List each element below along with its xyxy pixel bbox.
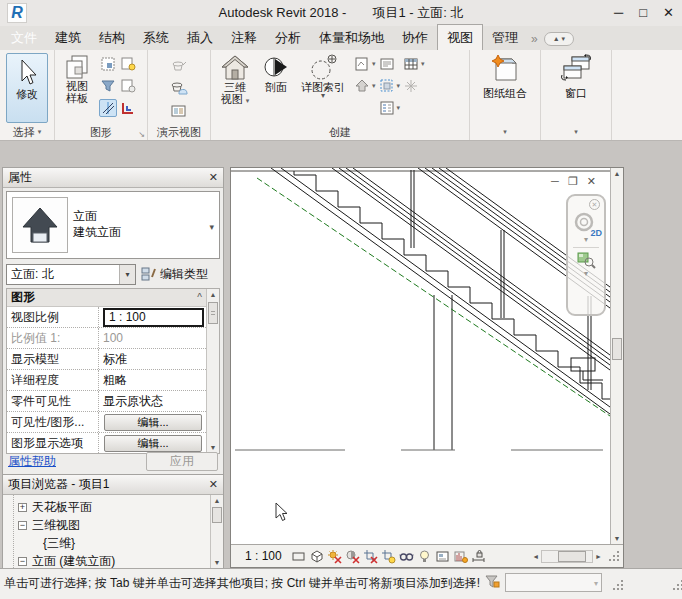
reveal-hidden-elements-icon[interactable] [416,548,434,565]
window-panel-expander[interactable]: ▾ [541,124,611,140]
temporary-view-properties-icon[interactable] [434,548,452,565]
visual-style-icon[interactable] [308,548,326,565]
scroll-down-icon[interactable]: ▼ [611,533,623,544]
drawing-canvas[interactable]: ─ ❐ ✕ ✕ 2D ▾ ▾ [231,168,610,544]
detail-level-icon[interactable] [290,548,308,565]
collapse-icon[interactable]: − [18,521,27,530]
tree-item-ceiling-plans[interactable]: + 天花板平面 [3,498,223,516]
sun-path-off-icon[interactable] [326,548,344,565]
view-close-icon[interactable]: ✕ [587,175,596,188]
vertical-scrollbar[interactable]: ▲ ▼ [610,168,623,544]
visibility-graphics-icon[interactable] [99,55,117,73]
scrollbar-thumb[interactable] [208,302,218,324]
sheet-icon[interactable] [490,54,520,82]
display-model-value[interactable]: 标准 [99,351,206,368]
scrollbar-thumb[interactable] [558,551,586,562]
apply-button[interactable]: 应用 [146,452,218,471]
workset-combo[interactable]: ▾ [505,573,602,592]
scrollbar-thumb[interactable] [212,507,222,523]
show-constraints-icon[interactable] [470,548,488,565]
properties-close-icon[interactable]: ✕ [209,171,218,184]
detail-level-value[interactable]: 粗略 [99,372,206,389]
parts-visibility-value[interactable]: 显示原状态 [99,393,206,410]
modify-button[interactable]: 修改 [6,53,48,123]
project-browser-close-icon[interactable]: ✕ [209,478,218,491]
horizontal-scrollbar[interactable]: ◄ ► [530,550,620,563]
maximize-button[interactable]: □ [639,4,647,21]
panel-label-graphics[interactable]: 图形 ↘ [55,124,147,140]
show-hidden-lines-icon[interactable] [119,55,137,73]
tab-structure[interactable]: 结构 [90,25,134,50]
ribbon-minimize-toggle[interactable]: ▲ ▾ [544,32,574,46]
view-template-button[interactable]: 视图 样板 [57,52,97,124]
render-gallery-icon[interactable] [170,102,188,120]
view-resize-grip[interactable] [608,550,620,562]
steering-wheel-icon[interactable]: 2D [573,212,599,236]
tab-file[interactable]: 文件 [2,25,46,50]
shadows-off-icon[interactable] [344,548,362,565]
section-button[interactable]: 剖面 [257,52,295,124]
view-minimize-icon[interactable]: ─ [551,175,559,188]
tab-view[interactable]: 视图 [437,24,483,50]
plan-views-icon[interactable] [353,55,371,73]
view-scale-value[interactable]: 1 : 100 [103,308,204,327]
scrollbar-thumb[interactable] [612,338,622,360]
dialog-launcher-icon[interactable]: ↘ [138,130,145,139]
tab-overflow-icon[interactable]: » [531,32,538,46]
navbar-close-icon[interactable]: ✕ [589,199,600,210]
type-selector-dropdown-icon[interactable]: ▾ [209,222,214,232]
render-in-cloud-icon[interactable] [170,79,188,97]
cut-profile-icon[interactable] [119,99,137,117]
selection-filter-icon[interactable] [484,574,500,592]
expand-icon[interactable]: + [18,503,27,512]
schedules-icon[interactable] [402,55,420,73]
tab-collaborate[interactable]: 协作 [393,25,437,50]
properties-help-link[interactable]: 属性帮助 [8,453,56,470]
callout-button[interactable]: 详图索引 ▾ [295,52,351,124]
group-collapse-icon[interactable]: ^ [197,292,202,303]
properties-scrollbar[interactable]: ▲ ▼ [206,289,219,453]
tab-systems[interactable]: 系统 [134,25,178,50]
scroll-up-icon[interactable]: ▲ [207,289,219,300]
tab-insert[interactable]: 插入 [178,25,222,50]
scroll-down-icon[interactable]: ▼ [211,557,223,568]
crop-view-off-icon[interactable] [362,548,380,565]
show-crop-region-icon[interactable] [380,548,398,565]
close-button[interactable]: ✕ [663,4,674,21]
hide-analytical-model-icon[interactable] [452,548,470,565]
scroll-up-icon[interactable]: ▲ [211,495,223,506]
tab-massing-site[interactable]: 体量和场地 [310,25,393,50]
sheet-panel-expander[interactable]: ▾ [470,124,540,140]
render-icon[interactable] [170,56,188,74]
scope-box-icon[interactable] [402,77,420,95]
view-restore-icon[interactable]: ❐ [568,175,578,188]
tree-item-3d-views[interactable]: − 三维视图 [3,516,223,534]
graphic-display-edit-button[interactable]: 编辑... [104,435,202,452]
zoom-icon[interactable] [576,251,596,269]
3d-view-button[interactable]: 三维 视图 ▾ [213,52,257,124]
instance-filter-combo[interactable]: 立面: 北 ▾ [6,264,136,285]
group-header-graphics[interactable]: 图形 ^ [7,289,206,307]
sheet-panel-title[interactable]: 图纸组合 [483,86,527,101]
edit-type-button[interactable]: 编辑类型 [141,266,208,283]
elevation-icon[interactable] [353,77,371,95]
duplicate-view-icon[interactable] [378,77,396,95]
tab-architecture[interactable]: 建筑 [46,25,90,50]
visibility-graphics-edit-button[interactable]: 编辑... [104,414,202,431]
tab-manage[interactable]: 管理 [483,25,527,50]
minimize-button[interactable]: ─ [614,4,623,21]
browser-scrollbar[interactable]: ▲ ▼ [210,495,223,568]
thin-lines-icon[interactable] [99,99,117,117]
tree-item-elevations[interactable]: − 立面 (建筑立面) [3,552,223,568]
type-selector[interactable]: 立面 建筑立面 ▾ [6,191,220,259]
scroll-left-icon[interactable]: ◄ [530,553,541,560]
scroll-up-icon[interactable]: ▲ [611,168,623,179]
scale-button[interactable]: 1 : 100 [245,549,282,563]
tree-item-3d-default[interactable]: {三维} [3,534,223,552]
legends-icon[interactable] [378,99,396,117]
filter-icon[interactable] [99,77,117,95]
tab-annotate[interactable]: 注释 [222,25,266,50]
remove-hidden-lines-icon[interactable] [119,77,137,95]
switch-windows-icon[interactable] [560,54,592,82]
tab-analyze[interactable]: 分析 [266,25,310,50]
